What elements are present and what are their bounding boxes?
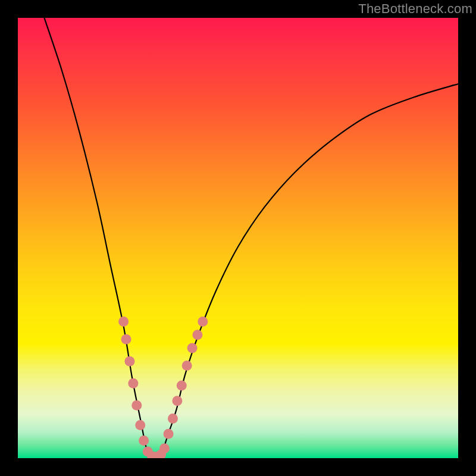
bead-marker [159,443,170,453]
bottleneck-curve [44,18,458,458]
bead-marker [177,380,187,390]
bead-marker [139,436,149,446]
beads-group [118,317,208,458]
bead-marker [164,429,174,439]
bead-marker [168,414,178,424]
bead-marker [192,330,202,340]
bead-marker [121,334,131,345]
bead-marker [182,361,192,371]
bead-marker [124,356,134,367]
bead-marker [198,317,208,327]
curve-svg [18,18,458,458]
watermark-text: TheBottleneck.com [358,1,472,17]
bead-marker [118,317,129,327]
chart-container: TheBottleneck.com [0,0,476,476]
bead-marker [131,400,142,411]
bead-marker [187,343,198,353]
bead-marker [128,378,138,389]
bead-marker [172,396,182,406]
bead-marker [135,420,145,430]
